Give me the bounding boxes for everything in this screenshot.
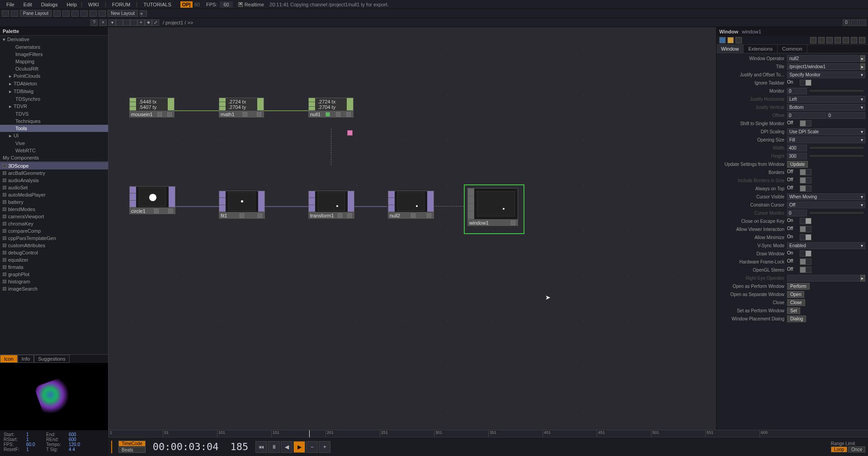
op-name[interactable]: window1 [742,29,761,34]
param-opt-1-icon[interactable] [810,37,816,43]
node-flag-icon[interactable] [338,213,342,218]
node-flag-icon[interactable] [346,112,351,117]
path-opt-2-icon[interactable] [859,19,866,26]
preview-tab-info[interactable]: Info [18,355,34,363]
tab-extensions[interactable]: Extensions [744,45,778,53]
node-flag-active-icon[interactable] [326,112,330,117]
tree-item-tdsynchro[interactable]: TDSynchro [0,95,108,103]
pause-button[interactable]: ⏸ [268,441,280,453]
python-icon[interactable] [727,37,734,43]
loop-button[interactable]: Loop [831,447,847,452]
palette-close-icon[interactable]: × [99,19,107,26]
ref-icon[interactable]: ▸ [860,55,865,62]
layout-icon[interactable] [2,10,9,17]
node-flag-icon[interactable] [411,213,415,218]
tree-item-tdableton[interactable]: ▸TDAbleton [0,80,108,88]
component-autoMediaPlayer[interactable]: autoMediaPlayer [0,191,108,198]
new-layout-button[interactable]: New Layout [108,10,138,17]
network-view[interactable]: .5448 tx .5407 ty mousein1 .2724 tx .270… [108,27,716,430]
path-text[interactable]: / project1 / >> [159,20,197,25]
dropdown[interactable]: Enabled [787,242,865,249]
nav-bookmark-icon[interactable]: ★ [145,19,152,26]
dropdown[interactable]: Specify Monitor [787,71,865,78]
text-field[interactable] [787,275,859,282]
menu-edit[interactable]: Edit [19,2,37,7]
menu-dialogs[interactable]: Dialogs [37,2,62,7]
node-flag-icon[interactable] [511,221,515,225]
rewind-button[interactable]: ⏮ [255,441,267,453]
node-flag-icon[interactable] [427,213,431,218]
toggle[interactable] [800,234,811,240]
param-opt-7-icon[interactable] [859,37,865,43]
ref-icon[interactable]: ▸ [860,275,865,282]
num-field[interactable]: 0 [787,88,807,94]
nav-expand-icon[interactable]: ⤢ [152,19,159,26]
component-cameraViewport[interactable]: cameraViewport [0,213,108,220]
toggle[interactable] [800,218,811,224]
minus-button[interactable]: − [306,441,318,453]
frame-display[interactable]: 185 [226,441,253,452]
tree-item-imagefilters[interactable]: ImageFilters [0,51,108,58]
action-button[interactable]: Perform [787,283,810,290]
toggle[interactable] [800,177,811,183]
action-button[interactable]: Update [787,161,808,168]
dropdown[interactable]: Off [787,202,865,208]
menu-help[interactable]: Help [62,2,81,7]
node-circle1[interactable]: circle1 [129,186,175,214]
param-opt-6-icon[interactable] [851,37,857,43]
export-flag-icon[interactable] [347,130,353,136]
layout-preset-2[interactable] [62,10,70,17]
component-histogram[interactable]: histogram [0,278,108,285]
layout-preset-5[interactable] [90,10,97,17]
playhead[interactable] [309,430,310,437]
action-button[interactable]: Dialog [787,315,806,322]
tree-item-tdbitwig[interactable]: ▸TDBitwig [0,88,108,95]
component-debugControl[interactable]: debugControl [0,249,108,256]
component-firmata[interactable]: firmata [0,263,108,271]
link-forum[interactable]: FORUM [105,2,137,7]
component-audioAnalysis[interactable]: audioAnalysis [0,177,108,184]
nav-up-icon[interactable] [130,19,137,26]
toggle[interactable] [800,250,811,257]
param-opt-3-icon[interactable] [826,37,833,43]
toggle[interactable] [800,185,811,192]
num-field[interactable]: 0 [827,112,866,119]
pane-layout-button[interactable]: Pane Layout [20,10,52,17]
slider[interactable] [810,90,863,92]
component-graphPlot[interactable]: graphPlot [0,271,108,278]
ref-icon[interactable]: ▸ [860,63,865,70]
preview-tab-suggestions[interactable]: Suggestions [34,355,70,363]
component-cppParsTemplateGen[interactable]: cppParsTemplateGen [0,235,108,242]
node-flag-icon[interactable] [258,213,262,218]
link-tutorials[interactable]: TUTORIALS [137,2,178,7]
nav-back-icon[interactable] [116,19,123,26]
num-field[interactable]: 0 [787,112,826,119]
slider[interactable] [810,147,863,149]
timecode-display[interactable]: 00:00:03:04 [148,441,223,452]
node-math1[interactable]: .2724 tx .2704 ty math1 [219,98,264,118]
timeline-ruler[interactable]: 151101151201251301351401451501551600 [108,430,868,437]
node-null2[interactable]: null2 [388,191,434,219]
action-button[interactable]: Open [787,291,804,298]
tab-window[interactable]: Window [717,45,744,53]
tree-item-webrtc[interactable]: WebRTC [0,147,108,154]
node-flag-icon[interactable] [243,112,247,117]
layout-dropdown-icon[interactable] [11,10,18,17]
tree-item-vive[interactable]: Vive [0,140,108,147]
param-opt-2-icon[interactable] [818,37,825,43]
node-flag-icon[interactable] [347,213,352,218]
dropdown[interactable]: Bottom [787,104,865,111]
toggle[interactable] [800,259,811,265]
toggle[interactable] [800,226,811,232]
toggle[interactable] [800,169,811,175]
realtime-checkbox-icon[interactable] [238,2,243,7]
num-field[interactable]: 300 [787,153,807,160]
node-mousein1[interactable]: .5448 tx .5407 ty mousein1 [129,98,175,118]
tree-item-tdvs[interactable]: TDVS [0,110,108,118]
help-icon[interactable] [719,37,726,43]
component-customAttributes[interactable]: customAttributes [0,242,108,249]
node-flag-icon[interactable] [157,112,162,117]
node-transform1[interactable]: transform1 [308,191,354,219]
param-opt-5-icon[interactable] [843,37,849,43]
num-field[interactable]: 0 [787,210,807,216]
